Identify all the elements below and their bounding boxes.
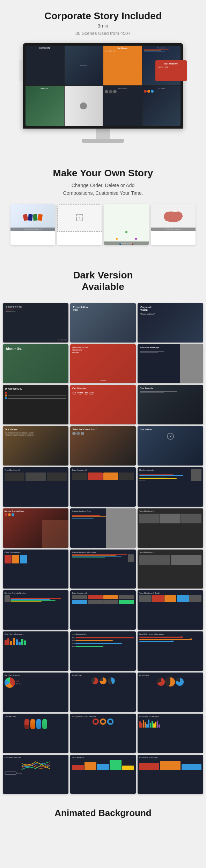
slide-team2-content: Team Members x2 [138, 550, 203, 589]
slide-team5small: Team Members x5 Small [138, 590, 203, 630]
slide-testimonials-content: Client Testimonials [3, 550, 68, 589]
slide-member-info-content: Member Analysis Information [70, 550, 136, 589]
curvelines-svg [5, 760, 67, 770]
slide-welcome-message: Welcome! Message " " [138, 344, 203, 384]
slide-team2: Team Members x2 [138, 550, 203, 589]
slide-chart-bars3-content: Chart Bars x3 Analysis [138, 755, 203, 794]
slide-team8: Team Members x8 [70, 590, 136, 630]
slide-sales-content: Sales Analysis [70, 755, 136, 794]
corporate-story-title: Corporate Story Included [7, 10, 199, 22]
slide-team3: Team Members x3 [3, 467, 68, 507]
slide-member-analysis: Member Analysis Staff Info [138, 467, 203, 507]
slide-what-we-do-content: What We Do. [3, 385, 68, 424]
slide-awards-content: Our Awards [138, 385, 203, 424]
thumb-mobile-mockup: Mobile Queue Mock Up [10, 204, 55, 245]
slide-vision-content2: Our Vision ✓ [138, 426, 203, 466]
slide-member-info: Member Analysis Information [70, 550, 136, 589]
slide-team8-content: Team Members x8 [70, 590, 136, 630]
slide-pie-analysis-content: Pie Chart Analysis 24 label text [3, 673, 68, 712]
slide-our-awards: Our Awards [138, 385, 203, 424]
thumb-network-img: Network Analysis [104, 204, 149, 245]
story-title: Make Your Own Story [7, 168, 199, 179]
slide-testimonials: Client Testimonials [3, 550, 68, 589]
slide-welcome-msg-content: Welcome! Message " " [138, 344, 203, 384]
corporate-story-section: Corporate Story Included 3min 30 Scenes … [0, 0, 206, 157]
slide-team5-content: Team Members x5 Small [138, 590, 203, 630]
mini-slide-1: CORPORATE [25, 46, 64, 85]
thumb-mobile-img: Mobile Queue Mock Up [10, 204, 55, 231]
slide-pie3: Pie x3 Chart [70, 673, 136, 712]
slide-curvelines: Curvelines x5 Chart lege [3, 755, 68, 794]
thumb-add: + [57, 204, 102, 245]
slide-line-labels: Line With Labels Infographics 70% 85% [138, 631, 203, 671]
slide-vision-content: CorporateVision "Quote text here" [138, 303, 203, 343]
slide-curvelines-content: Curvelines x5 Chart lege [3, 755, 68, 794]
slide-presentation-content: PresentationTitle [70, 303, 136, 343]
slide-member-window-content: Member Analysis Window [3, 590, 68, 630]
thumb-add-img: + [57, 204, 102, 232]
slides-grid: CORPORATE Bundle Title Corporate Present… [0, 300, 206, 798]
slide-what-we-do: What We Do. [3, 385, 68, 424]
slide-member-color: Member Analysis Color [3, 508, 68, 548]
animated-background-section: Animated Background [0, 797, 206, 829]
slide-team4-content: Team Members x4 [70, 467, 136, 507]
slide-line-infographics: Line Infographics 80% 60% 75% [70, 631, 136, 671]
dark-version-section: Dark VersionAvailable [0, 259, 206, 300]
monitor-screen-frame: CORPORATE About Us Our Mission [23, 43, 183, 129]
slide-values-content: Our Values BELIEVE IN OURSELVES AND WILL… [3, 426, 68, 466]
slide-vision-quote: CorporateVision "Quote text here" [138, 303, 203, 343]
mini-slide-3: Our Mission 145 19064 204 [103, 46, 142, 85]
mission-numbers: 19064 204 [157, 66, 185, 68]
slide-pe3-content: Pe x3 Chart [138, 673, 203, 712]
monitor-right-panel: Our Mission 19064 204 [155, 60, 187, 81]
slide-our-mission: Our Mission 145 stat 19064 stat [70, 385, 136, 424]
slide-team3-content: Team Members x3 [3, 467, 68, 507]
slide-mission-content: Our Mission 145 stat 19064 stat [70, 385, 136, 424]
dark-version-title: Dark VersionAvailable [7, 269, 199, 293]
mini-slide-5: About Us. [25, 86, 64, 126]
slide-chart-bars8: Chart Bars x8 Analysis [3, 631, 68, 671]
slide-presentation-title: PresentationTitle [70, 303, 136, 343]
slide-about-us: About Us. [3, 344, 68, 384]
slide-member-analysis-content: Member Analysis Staff Info [138, 467, 203, 507]
monitor-stand-base [82, 139, 124, 143]
monitor-container: Start Up Your Business. YOUR SUCCESS WAL… [7, 43, 199, 143]
slide-our-vision: Our Vision ✓ [138, 426, 203, 466]
slide-corporate-content: CORPORATE Bundle Title Corporate [3, 303, 68, 343]
slide-line-info-content: Line Infographics 80% 60% 75% [70, 631, 136, 671]
slide-pie3-content: Pie x3 Chart [70, 673, 136, 712]
story-section: Make Your Own Story Change Order, Delete… [0, 157, 206, 259]
slide-chart-bars3: Chart Bars x3 Analysis [138, 755, 203, 794]
slide-member-color-content: Member Analysis Color [3, 508, 68, 548]
animated-background-title: Animated Background [7, 808, 199, 819]
slide-about-content: About Us. [3, 344, 68, 384]
mini-slide-6 [65, 86, 103, 126]
thumb-network: Network Analysis [104, 204, 149, 245]
thumb-usa-img: USA Map Infograph [151, 204, 196, 231]
slide-member-window: Member Analysis Window [3, 590, 68, 630]
mini-slide-8: Our Values [142, 86, 181, 126]
monitor-outer: Start Up Your Business. YOUR SUCCESS WAL… [19, 43, 187, 143]
slide-line-labels-content: Line With Labels Infographics 70% 85% [138, 631, 203, 671]
slide-chart-bars12: Chart Bars x12 Analysis [138, 714, 203, 753]
monitor-body: CORPORATE About Us Our Mission [23, 43, 183, 143]
slide-member-color2: Mamber Analysis Color [70, 508, 136, 548]
slide-chart-bars8-content: Chart Bars x8 Analysis [3, 631, 68, 671]
slide-team3b-content: Team Members x3 [138, 508, 203, 548]
thumbs-row: Mobile Queue Mock Up + [7, 204, 199, 245]
slide-corporate: CORPORATE Bundle Title Corporate [3, 303, 68, 343]
mini-slide-2: About Us [65, 46, 103, 85]
monitor-screen: CORPORATE About Us Our Mission [25, 46, 181, 126]
slide-member-color2-content: Mamber Analysis Color [70, 508, 136, 548]
slide-clients-content: "What Our Clients Say ," [70, 426, 136, 466]
slide-pie-cycles: Pie Cycles x3 Chart Analysis [70, 714, 136, 753]
scenes-text: 30 Scenes Used from 450+ [7, 31, 199, 36]
slide-welcome-corporate: Welcome to theCorporateBundle Subtitle [70, 344, 136, 384]
slide-tube4: Tube x4 Chart [3, 714, 68, 753]
slide-pie-analysis: Pie Chart Analysis 24 label text [3, 673, 68, 712]
thumb-4-label: USA Map Infograph [151, 228, 196, 231]
slide-welcome-content: Welcome to theCorporateBundle Subtitle [70, 344, 136, 384]
slide-chart-bars12-content: Chart Bars x12 Analysis [138, 714, 203, 753]
mini-slide-7: Team Members [103, 86, 142, 126]
thumb-usa-map: USA Map Infograph [151, 204, 196, 245]
